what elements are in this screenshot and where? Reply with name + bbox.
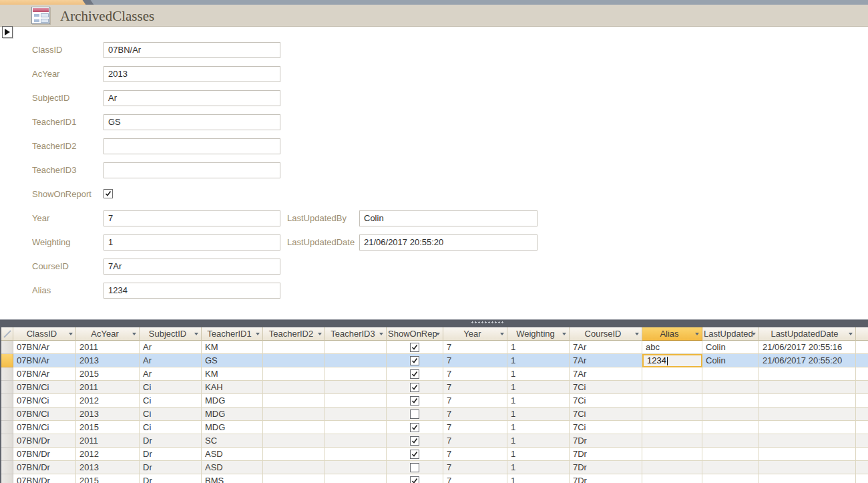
cell-acyear[interactable]: 2015 <box>76 367 140 381</box>
row-selector[interactable] <box>1 408 13 421</box>
showonrep-checkbox[interactable] <box>410 356 419 365</box>
cell-teacherid2[interactable] <box>263 474 325 483</box>
cell-teacherid2[interactable] <box>263 354 325 367</box>
cell-subjectid[interactable]: Dr <box>140 434 202 448</box>
field-input-teacherid1[interactable]: GS <box>103 114 280 130</box>
column-header-year[interactable]: Year <box>443 327 507 341</box>
cell-classid[interactable]: 07BN/Ci <box>13 394 76 408</box>
field-input-weighting[interactable]: 1 <box>103 234 280 251</box>
cell-showonrep[interactable] <box>387 448 443 461</box>
cell-lastupdateddate[interactable] <box>759 408 856 421</box>
cell-showonrep[interactable] <box>387 381 443 394</box>
cell-acyear[interactable]: 2013 <box>76 354 140 367</box>
cell-year[interactable]: 7 <box>443 461 507 474</box>
cell-lastupdated[interactable] <box>702 461 759 474</box>
cell-lastupdated[interactable] <box>702 434 759 448</box>
cell-subjectid[interactable]: Dr <box>140 448 202 461</box>
cell-classid[interactable]: 07BN/Ci <box>13 421 76 434</box>
cell-lastupdated[interactable] <box>702 474 759 483</box>
showonrep-checkbox[interactable] <box>410 396 419 406</box>
cell-weighting[interactable]: 1 <box>507 448 570 461</box>
cell-teacherid1[interactable]: ASD <box>202 461 263 474</box>
field-input-year[interactable]: 7 <box>103 210 280 226</box>
cell-classid[interactable]: 07BN/Ar <box>13 354 76 367</box>
cell-teacherid3[interactable] <box>325 434 387 448</box>
field-input-teacherid2[interactable] <box>103 138 280 154</box>
cell-lastupdateddate[interactable] <box>759 394 856 408</box>
cell-teacherid3[interactable] <box>325 461 387 474</box>
cell-classid[interactable]: 07BN/Dr <box>13 474 76 483</box>
cell-subjectid[interactable]: Ci <box>140 394 202 408</box>
column-header-classid[interactable]: ClassID <box>13 327 76 341</box>
cell-teacherid2[interactable] <box>263 367 325 381</box>
cell-teacherid2[interactable] <box>263 408 325 421</box>
row-selector[interactable] <box>1 461 13 474</box>
cell-weighting[interactable]: 1 <box>507 367 570 381</box>
cell-acyear[interactable]: 2013 <box>76 461 140 474</box>
cell-showonrep[interactable] <box>387 354 443 367</box>
cell-alias[interactable] <box>642 381 702 394</box>
cell-lastupdated[interactable] <box>702 367 759 381</box>
cell-alias[interactable] <box>642 394 702 408</box>
cell-weighting[interactable]: 1 <box>507 381 570 394</box>
cell-showonrep[interactable] <box>387 367 443 381</box>
cell-year[interactable]: 7 <box>443 421 507 434</box>
row-selector[interactable] <box>1 434 13 448</box>
cell-lastupdated[interactable] <box>702 381 759 394</box>
cell-lastupdateddate[interactable] <box>759 381 856 394</box>
row-selector[interactable] <box>1 474 13 483</box>
field-input-alias[interactable]: 1234 <box>103 283 280 299</box>
cell-acyear[interactable]: 2015 <box>76 421 140 434</box>
cell-classid[interactable]: 07BN/Ci <box>13 381 76 394</box>
cell-courseid[interactable]: 7Ci <box>570 408 642 421</box>
cell-teacherid1[interactable]: GS <box>202 354 263 367</box>
cell-classid[interactable]: 07BN/Ci <box>13 408 76 421</box>
field-input-subjectid[interactable]: Ar <box>103 90 280 106</box>
showonrep-checkbox[interactable] <box>410 410 419 419</box>
row-selector[interactable] <box>1 354 13 367</box>
column-header-lastupdated[interactable]: LastUpdated <box>702 327 759 341</box>
showonrep-checkbox[interactable] <box>410 463 419 472</box>
cell-lastupdated[interactable] <box>702 394 759 408</box>
cell-alias-editing[interactable]: 1234 <box>642 354 702 367</box>
column-header-showonrep[interactable]: ShowOnRep <box>387 327 443 341</box>
column-header-teacherid2[interactable]: TeacherID2 <box>263 327 325 341</box>
showonrep-checkbox[interactable] <box>410 436 419 446</box>
cell-alias[interactable] <box>642 367 702 381</box>
cell-lastupdated[interactable]: Colin <box>702 354 759 367</box>
field-input-courseid[interactable]: 7Ar <box>103 259 280 275</box>
cell-subjectid[interactable]: Ci <box>140 421 202 434</box>
cell-year[interactable]: 7 <box>443 448 507 461</box>
cell-alias[interactable] <box>642 408 702 421</box>
showonrep-checkbox[interactable] <box>410 343 419 352</box>
form-datasheet-splitter[interactable] <box>0 319 868 327</box>
showonrep-checkbox[interactable] <box>410 369 419 379</box>
row-selector[interactable] <box>1 421 13 434</box>
row-selector[interactable] <box>1 381 13 394</box>
cell-courseid[interactable]: 7Ci <box>570 394 642 408</box>
cell-teacherid1[interactable]: MDG <box>202 408 263 421</box>
cell-courseid[interactable]: 7Ci <box>570 381 642 394</box>
cell-acyear[interactable]: 2015 <box>76 474 140 483</box>
cell-year[interactable]: 7 <box>443 341 507 354</box>
cell-teacherid1[interactable]: SC <box>202 434 263 448</box>
showonrep-checkbox[interactable] <box>410 476 419 483</box>
cell-subjectid[interactable]: Ar <box>140 341 202 354</box>
current-record-marker[interactable] <box>2 26 13 38</box>
cell-classid[interactable]: 07BN/Dr <box>13 448 76 461</box>
cell-courseid[interactable]: 7Ci <box>570 421 642 434</box>
column-header-teacherid1[interactable]: TeacherID1 <box>202 327 263 341</box>
cell-teacherid2[interactable] <box>263 421 325 434</box>
cell-classid[interactable]: 07BN/Ar <box>13 367 76 381</box>
column-header-teacherid3[interactable]: TeacherID3 <box>325 327 387 341</box>
cell-alias[interactable]: abc <box>642 341 702 354</box>
cell-lastupdateddate[interactable] <box>759 474 856 483</box>
row-selector[interactable] <box>1 367 13 381</box>
cell-showonrep[interactable] <box>387 341 443 354</box>
cell-teacherid2[interactable] <box>263 434 325 448</box>
cell-classid[interactable]: 07BN/Dr <box>13 461 76 474</box>
cell-acyear[interactable]: 2012 <box>76 394 140 408</box>
cell-teacherid3[interactable] <box>325 381 387 394</box>
cell-classid[interactable]: 07BN/Dr <box>13 434 76 448</box>
cell-lastupdateddate[interactable]: 21/06/2017 20:55:16 <box>759 341 856 354</box>
